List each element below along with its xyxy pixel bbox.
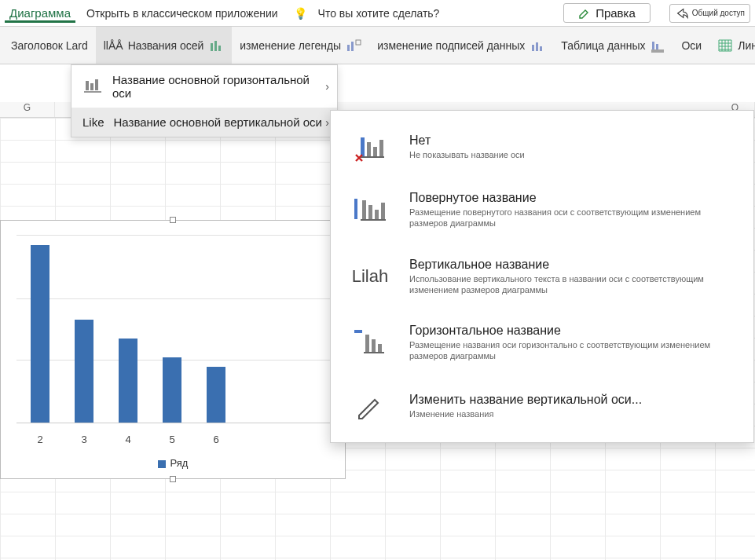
svg-rect-28 bbox=[354, 330, 362, 333]
embedded-chart[interactable]: 23456 Ряд bbox=[0, 220, 346, 479]
svg-rect-10 bbox=[656, 44, 658, 49]
option-rotated-title[interactable]: Повернутое название Размещение повернуто… bbox=[331, 177, 753, 243]
option-title: Нет bbox=[409, 134, 525, 148]
svg-rect-8 bbox=[540, 46, 542, 51]
axis-titles-submenu: Название основной горизонтальной оси › L… bbox=[71, 64, 338, 137]
option-desc: Использование вертикального текста в наз… bbox=[409, 273, 738, 296]
svg-rect-1 bbox=[214, 41, 217, 51]
x-tick-label: 2 bbox=[31, 434, 49, 445]
share-button-label: Общий доступ bbox=[692, 9, 745, 17]
gridlines-label: Линии сетки bbox=[738, 39, 755, 52]
axis-titles-prefix: llÅÅ bbox=[104, 39, 123, 52]
svg-rect-9 bbox=[652, 42, 654, 49]
chart-bar[interactable] bbox=[163, 357, 181, 423]
menu-item-prefix: Like bbox=[82, 115, 104, 129]
chart-bar[interactable] bbox=[119, 339, 137, 423]
option-edit-vertical-axis-title[interactable]: Изменить название вертикальной оси... Из… bbox=[331, 376, 753, 436]
data-table-icon bbox=[650, 38, 665, 53]
legend-button[interactable]: изменение легенды bbox=[232, 27, 369, 64]
x-tick-label: 3 bbox=[75, 434, 93, 445]
legend-swatch bbox=[158, 460, 166, 468]
vertical-title-prefix: Lilah bbox=[352, 266, 388, 287]
vertical-axis-title-options: Нет Не показывать название оси Повернуто… bbox=[330, 110, 754, 443]
horizontal-title-icon bbox=[353, 327, 387, 358]
share-icon bbox=[675, 6, 689, 20]
chart-title-label: Заголовок Lard bbox=[11, 39, 88, 52]
svg-rect-4 bbox=[351, 42, 354, 51]
svg-rect-29 bbox=[365, 335, 369, 352]
gridlines-icon bbox=[717, 38, 733, 53]
data-table-label: Таблица данных bbox=[561, 39, 645, 52]
option-desc: Не показывать название оси bbox=[409, 149, 525, 160]
ribbon-tabs: Диаграмма Открыть в классическом приложе… bbox=[0, 0, 755, 27]
svg-rect-6 bbox=[532, 45, 534, 51]
gridlines-button[interactable]: Линии сетки bbox=[709, 27, 755, 64]
option-desc: Размещение повернутого названия оси с со… bbox=[409, 207, 738, 229]
chart-bar[interactable] bbox=[75, 320, 93, 423]
svg-rect-17 bbox=[361, 137, 365, 156]
data-labels-label: изменение подписей данных bbox=[377, 39, 525, 52]
axes-button[interactable]: Оси bbox=[673, 27, 709, 64]
chart-bar[interactable] bbox=[207, 367, 225, 423]
legend-series-label: Ряд bbox=[170, 457, 189, 469]
edit-button-label: Правка bbox=[596, 6, 636, 20]
edit-button[interactable]: Правка bbox=[563, 3, 651, 23]
share-button[interactable]: Общий доступ bbox=[669, 4, 750, 23]
chart-bar[interactable] bbox=[31, 245, 49, 423]
x-tick-label: 4 bbox=[119, 434, 137, 445]
chart-plot-area[interactable] bbox=[16, 235, 337, 423]
chart-title-button[interactable]: Заголовок Lard bbox=[3, 27, 96, 64]
svg-rect-5 bbox=[356, 40, 361, 45]
open-in-desktop-link[interactable]: Открыть в классическом приложении bbox=[86, 7, 278, 20]
x-tick-label: 6 bbox=[207, 434, 225, 445]
primary-vertical-axis-title-item[interactable]: Like Название основной вертикальной оси … bbox=[71, 108, 337, 137]
resize-handle-top[interactable] bbox=[170, 217, 176, 223]
data-labels-icon bbox=[530, 38, 545, 53]
option-title: Вертикальное название bbox=[409, 258, 738, 272]
svg-rect-2 bbox=[218, 46, 221, 51]
x-tick-label: 5 bbox=[163, 434, 181, 445]
option-vertical-title[interactable]: Lilah Вертикальное название Использовани… bbox=[331, 243, 753, 310]
option-desc: Размещение названия оси горизонтально с … bbox=[409, 339, 738, 362]
svg-rect-13 bbox=[86, 81, 89, 90]
svg-rect-31 bbox=[378, 344, 382, 352]
chevron-right-icon: › bbox=[325, 116, 329, 129]
svg-rect-20 bbox=[379, 140, 383, 156]
pencil-icon bbox=[353, 390, 387, 422]
axis-titles-button[interactable]: llÅÅ Названия осей bbox=[96, 27, 233, 64]
option-title: Изменить название вертикальной оси... bbox=[409, 393, 642, 407]
menu-item-label: Название основной вертикальной оси bbox=[114, 115, 322, 129]
menu-item-label: Название основной горизонтальной оси bbox=[112, 73, 326, 100]
data-labels-button[interactable]: изменение подписей данных bbox=[369, 27, 553, 64]
option-title: Повернутое название bbox=[409, 191, 738, 205]
axis-titles-label: Названия осей bbox=[128, 39, 204, 52]
resize-handle-bottom[interactable] bbox=[170, 476, 176, 482]
option-horizontal-title[interactable]: Горизонтальное название Размещение назва… bbox=[331, 309, 753, 376]
chevron-right-icon: › bbox=[325, 80, 329, 93]
axes-label: Оси bbox=[681, 39, 702, 52]
svg-rect-30 bbox=[372, 339, 376, 352]
chart-x-axis: 23456 bbox=[16, 434, 337, 445]
svg-rect-25 bbox=[375, 210, 379, 219]
svg-rect-22 bbox=[354, 199, 357, 219]
svg-rect-7 bbox=[536, 42, 538, 51]
rotated-title-icon bbox=[353, 194, 387, 225]
option-desc: Изменение названия bbox=[409, 408, 642, 419]
option-none[interactable]: Нет Не показывать название оси bbox=[331, 117, 753, 177]
primary-horizontal-axis-title-item[interactable]: Название основной горизонтальной оси › bbox=[71, 65, 337, 108]
chart-legend[interactable]: Ряд bbox=[1, 457, 345, 469]
horizontal-axis-icon bbox=[82, 78, 103, 95]
legend-label: изменение легенды bbox=[240, 39, 341, 52]
col-header-g[interactable]: G bbox=[0, 102, 55, 117]
tab-chart[interactable]: Диаграмма bbox=[5, 3, 75, 23]
svg-rect-24 bbox=[368, 205, 372, 219]
svg-rect-14 bbox=[90, 83, 93, 90]
tell-me-search[interactable]: Что вы хотите сделать? bbox=[318, 7, 440, 20]
svg-rect-18 bbox=[367, 142, 371, 156]
svg-rect-3 bbox=[347, 45, 350, 51]
none-icon bbox=[353, 131, 387, 163]
svg-rect-26 bbox=[381, 203, 385, 219]
svg-rect-23 bbox=[362, 200, 366, 219]
svg-rect-15 bbox=[95, 79, 98, 90]
data-table-button[interactable]: Таблица данных bbox=[553, 27, 673, 64]
